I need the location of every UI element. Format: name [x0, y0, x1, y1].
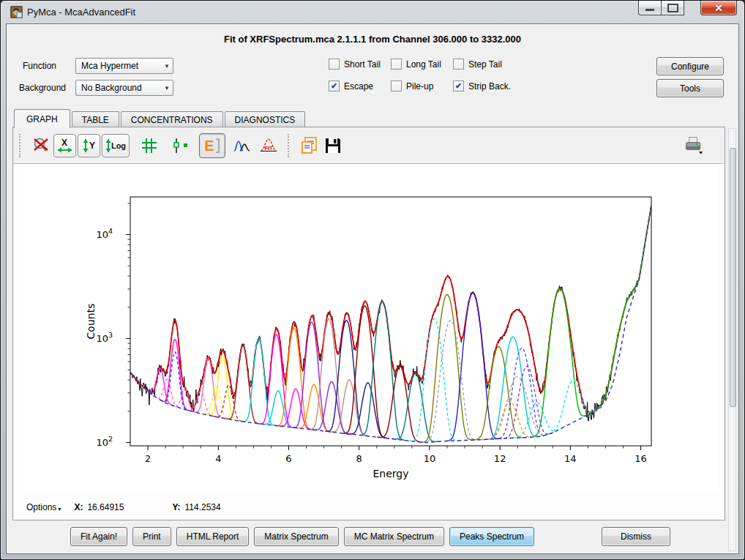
cursor-x-label: X: — [74, 502, 83, 512]
x-axis-label: Energy — [372, 468, 408, 479]
print-button[interactable]: Print — [132, 527, 171, 546]
checked-checkbox-icon[interactable]: ✔ — [453, 81, 464, 92]
maximize-button[interactable] — [661, 1, 684, 15]
app-icon — [10, 6, 23, 18]
background-combobox[interactable]: No Background ▼ — [75, 80, 173, 96]
svg-text:Log: Log — [111, 141, 125, 150]
cursor-y-value: 114.2534 — [185, 502, 221, 512]
matrix-spectrum-button[interactable]: Matrix Spectrum — [254, 527, 338, 546]
zoom-reset-icon[interactable] — [31, 135, 51, 156]
peak-curve — [359, 302, 405, 440]
checkbox-label: Strip Back. — [468, 81, 511, 92]
background-combobox-value: No Background — [76, 83, 161, 93]
x-tick-label: 6 — [285, 453, 291, 464]
tab-diagnostics[interactable]: DIAGNOSTICS — [225, 111, 306, 128]
mc-matrix-spectrum-button[interactable]: MC Matrix Spectrum — [344, 527, 444, 546]
checkbox-short-tail[interactable]: Short Tail — [329, 59, 381, 70]
checkbox-strip-back[interactable]: ✔Strip Back. — [453, 81, 511, 92]
dismiss-button[interactable]: Dismiss — [602, 527, 670, 546]
x-tick-label: 4 — [215, 453, 221, 464]
scrollbar-thumb[interactable] — [730, 148, 736, 407]
peak-curve — [160, 340, 190, 411]
configure-button[interactable]: Configure — [656, 57, 724, 75]
cursor-y-label: Y: — [172, 502, 180, 512]
options-menu[interactable]: Options — [26, 502, 56, 512]
peaks-spectrum-button[interactable]: Peaks Spectrum — [449, 527, 534, 546]
graph-tab-panel: X Y — [12, 127, 725, 520]
chevron-down-icon: ▾ — [58, 506, 61, 512]
grid-toggle-icon[interactable] — [139, 135, 160, 156]
log-toggle-button[interactable]: Log — [102, 134, 130, 157]
peak-curve — [377, 366, 423, 442]
function-combobox[interactable]: Mca Hypermet ▼ — [75, 58, 173, 74]
save-icon[interactable] — [323, 135, 343, 156]
function-combobox-value: Mca Hypermet — [76, 61, 161, 71]
fit-markers-icon[interactable] — [232, 135, 252, 156]
tab-concentrations[interactable]: CONCENTRATIONS — [121, 111, 223, 128]
cursor-x-value: 16.64915 — [87, 502, 124, 512]
svg-text:E: E — [204, 138, 214, 154]
background-label: Background — [19, 83, 66, 93]
y-axis-label: Counts — [85, 304, 97, 340]
x-tick-label: 2 — [145, 453, 151, 464]
footer-button-row: Fit Again!PrintHTML ReportMatrix Spectru… — [70, 527, 670, 546]
vertical-scrollbar[interactable] — [728, 128, 736, 551]
fit-again-icon[interactable]: FIT — [258, 135, 279, 156]
y-tick-label: 104 — [96, 227, 113, 240]
svg-text:Y: Y — [89, 141, 95, 151]
fit-header: Fit of XRFSpectrum.mca 2.1.1.1 from Chan… — [7, 34, 738, 45]
spectrum-plot[interactable]: 246810121416102103104EnergyCounts — [23, 168, 719, 490]
x-autoscale-button[interactable]: X — [53, 134, 76, 157]
peak-curve — [509, 403, 566, 438]
continuum-curve — [130, 206, 651, 443]
unchecked-checkbox-icon[interactable] — [329, 59, 340, 70]
tab-graph[interactable]: GRAPH — [14, 109, 70, 128]
toolbar-grip[interactable] — [19, 134, 25, 157]
checkbox-pile-up[interactable]: Pile-up — [391, 81, 433, 92]
y-autoscale-button[interactable]: Y — [78, 134, 100, 157]
close-icon: ✕ — [714, 2, 723, 14]
fit-again-button[interactable]: Fit Again! — [70, 527, 127, 546]
html-report-button[interactable]: HTML Report — [176, 527, 250, 546]
unchecked-checkbox-icon[interactable] — [453, 59, 464, 70]
markers-toggle-icon[interactable] — [171, 135, 192, 156]
plot-status-row: Options ▾ X: 16.64915 Y: 114.2534 — [26, 502, 221, 512]
peak-curve — [242, 338, 277, 425]
checkbox-long-tail[interactable]: Long Tail — [391, 59, 441, 70]
unchecked-checkbox-icon[interactable] — [391, 81, 402, 92]
window-title: PyMca - McaAdvancedFit — [27, 7, 135, 18]
tools-button[interactable]: Tools — [656, 79, 724, 97]
peak-curve — [325, 321, 367, 436]
svg-text:FIT: FIT — [264, 144, 273, 151]
titlebar[interactable]: PyMca - McaAdvancedFit ✕ — [1, 1, 744, 23]
svg-text:X: X — [61, 138, 67, 148]
peak-curve — [213, 385, 244, 422]
checkbox-label: Short Tail — [344, 59, 381, 70]
peak-curve — [531, 288, 589, 437]
checkbox-escape[interactable]: ✔Escape — [329, 81, 373, 92]
checked-checkbox-icon[interactable]: ✔ — [329, 81, 340, 92]
fit-curve — [130, 206, 651, 412]
toolbar-grip[interactable] — [288, 134, 293, 157]
tab-table[interactable]: TABLE — [72, 111, 119, 128]
y-tick-label: 102 — [96, 435, 113, 448]
spectrum-figure[interactable]: 246810121416102103104EnergyCounts — [23, 168, 719, 490]
peak-curve — [544, 381, 602, 436]
peak-curve — [471, 346, 525, 440]
peak-curve — [161, 352, 190, 411]
unchecked-checkbox-icon[interactable] — [391, 59, 402, 70]
checkbox-step-tail[interactable]: Step Tail — [453, 59, 502, 70]
minimize-button[interactable] — [638, 1, 662, 15]
maximize-icon — [667, 4, 678, 12]
x-tick-label: 14 — [564, 453, 577, 464]
print-icon[interactable] — [684, 135, 704, 156]
peak-curve — [308, 319, 349, 434]
peak-curve — [392, 373, 439, 441]
checkbox-label: Step Tail — [468, 59, 502, 70]
energy-toggle-button[interactable]: E — [199, 133, 225, 158]
close-button[interactable]: ✕ — [700, 1, 737, 15]
x-tick-label: 10 — [424, 453, 436, 464]
copy-icon[interactable] — [299, 135, 320, 156]
plot-toolbar: X Y — [13, 127, 725, 164]
y-tick-label: 103 — [96, 331, 113, 344]
